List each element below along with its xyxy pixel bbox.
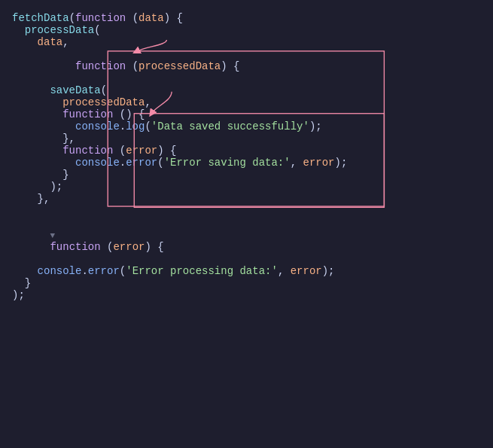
line-2: processData(	[12, 24, 481, 36]
line-3: data,	[12, 36, 481, 48]
code-editor: fetchData(function (data) { processData(…	[12, 12, 481, 301]
line-15: ▼ function (error) {	[12, 205, 481, 265]
line-12: }	[12, 169, 481, 181]
line-14: },	[12, 193, 481, 205]
line-8: console.log('Data saved successfully');	[12, 120, 481, 133]
line-17: }	[12, 277, 481, 289]
line-6: processedData,	[12, 96, 481, 108]
collapse-chevron[interactable]: ▼	[50, 231, 55, 240]
line-16: console.error('Error processing data:', …	[12, 265, 481, 277]
line-11: console.error('Error saving data:', erro…	[12, 157, 481, 169]
line-7: function () {	[12, 108, 481, 120]
line-4: function (processedData) {	[12, 48, 481, 84]
line-13: );	[12, 181, 481, 193]
line-5: saveData(	[12, 84, 481, 96]
line-18: );	[12, 289, 481, 301]
line-9: },	[12, 133, 481, 145]
line-1: fetchData(function (data) {	[12, 12, 481, 24]
fn-name-fetchdata: fetchData	[12, 12, 69, 24]
line-10: function (error) {	[12, 145, 481, 157]
code-lines: fetchData(function (data) { processData(…	[12, 12, 481, 301]
